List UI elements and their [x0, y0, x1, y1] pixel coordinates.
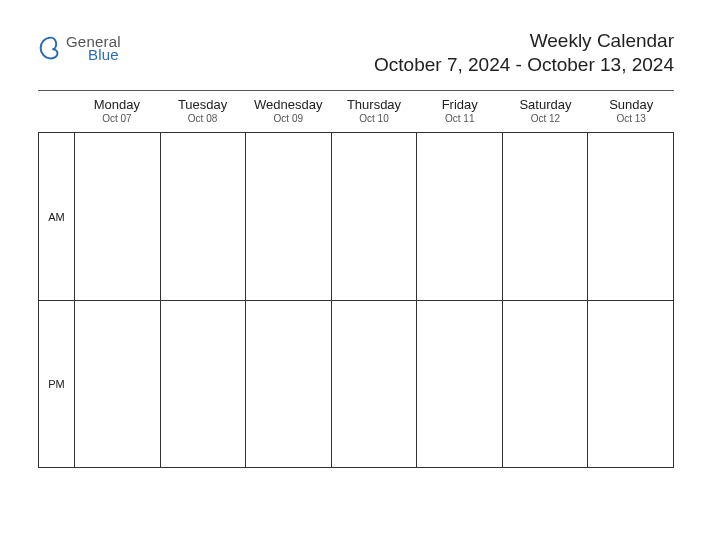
- day-headers-row: Monday Oct 07 Tuesday Oct 08 Wednesday O…: [38, 97, 674, 124]
- day-header: Wednesday Oct 09: [245, 97, 331, 124]
- day-name: Monday: [74, 97, 160, 112]
- pm-row: PM: [39, 300, 673, 467]
- calendar-cell[interactable]: [332, 301, 418, 467]
- day-name: Thursday: [331, 97, 417, 112]
- calendar-cell[interactable]: [588, 133, 673, 300]
- time-col-spacer: [38, 97, 74, 124]
- title-block: Weekly Calendar October 7, 2024 - Octobe…: [374, 30, 674, 76]
- calendar-cell[interactable]: [75, 301, 161, 467]
- day-header: Monday Oct 07: [74, 97, 160, 124]
- day-header: Saturday Oct 12: [503, 97, 589, 124]
- calendar: Monday Oct 07 Tuesday Oct 08 Wednesday O…: [38, 97, 674, 468]
- calendar-cell[interactable]: [246, 301, 332, 467]
- day-name: Sunday: [588, 97, 674, 112]
- day-header: Tuesday Oct 08: [160, 97, 246, 124]
- calendar-cell[interactable]: [503, 301, 589, 467]
- calendar-cell[interactable]: [503, 133, 589, 300]
- logo-line2: Blue: [88, 47, 121, 62]
- day-date: Oct 10: [331, 113, 417, 124]
- calendar-cell[interactable]: [161, 301, 247, 467]
- calendar-cell[interactable]: [161, 133, 247, 300]
- day-name: Saturday: [503, 97, 589, 112]
- header-divider: [38, 90, 674, 91]
- header: General Blue Weekly Calendar October 7, …: [38, 30, 674, 76]
- calendar-cell[interactable]: [75, 133, 161, 300]
- day-name: Tuesday: [160, 97, 246, 112]
- calendar-cell[interactable]: [246, 133, 332, 300]
- day-name: Wednesday: [245, 97, 331, 112]
- logo-swirl-icon: [38, 35, 64, 61]
- page-title: Weekly Calendar: [374, 30, 674, 52]
- day-name: Friday: [417, 97, 503, 112]
- day-date: Oct 08: [160, 113, 246, 124]
- calendar-cell[interactable]: [332, 133, 418, 300]
- date-range: October 7, 2024 - October 13, 2024: [374, 54, 674, 76]
- am-row: AM: [39, 133, 673, 300]
- calendar-cell[interactable]: [588, 301, 673, 467]
- day-date: Oct 07: [74, 113, 160, 124]
- period-label-pm: PM: [39, 301, 75, 467]
- day-header: Thursday Oct 10: [331, 97, 417, 124]
- day-header: Friday Oct 11: [417, 97, 503, 124]
- calendar-grid: AM PM: [38, 132, 674, 468]
- logo: General Blue: [38, 30, 121, 62]
- day-date: Oct 11: [417, 113, 503, 124]
- period-label-am: AM: [39, 133, 75, 300]
- calendar-cell[interactable]: [417, 133, 503, 300]
- logo-text: General Blue: [66, 34, 121, 62]
- day-date: Oct 09: [245, 113, 331, 124]
- calendar-cell[interactable]: [417, 301, 503, 467]
- day-date: Oct 12: [503, 113, 589, 124]
- day-header: Sunday Oct 13: [588, 97, 674, 124]
- day-date: Oct 13: [588, 113, 674, 124]
